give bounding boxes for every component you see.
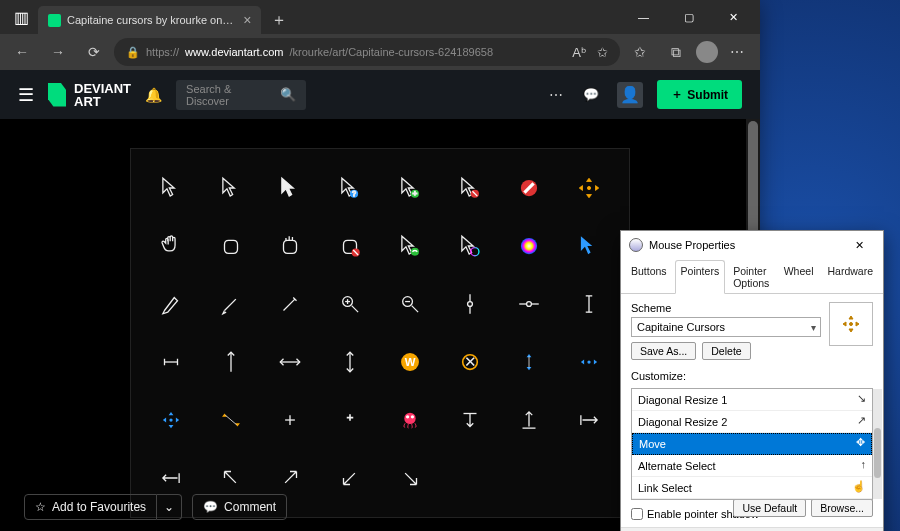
hamburger-icon[interactable]: ☰ [18, 84, 34, 106]
mouse-properties-dialog: Mouse Properties ✕ ButtonsPointersPointe… [620, 230, 884, 531]
notifications-icon[interactable]: 🔔 [145, 87, 162, 103]
refresh-button[interactable]: ⟳ [78, 36, 110, 68]
search-input[interactable]: Search & Discover 🔍 [176, 80, 306, 110]
browser-tab[interactable]: Capitaine cursors by krourke on… × [38, 6, 261, 34]
row-cursor-icon: ↗ [850, 414, 866, 430]
cursor-cell [203, 277, 259, 331]
new-tab-button[interactable]: ＋ [271, 10, 287, 31]
favorites-icon[interactable]: ✩ [624, 36, 656, 68]
forward-button[interactable]: → [42, 36, 74, 68]
svg-point-44 [404, 413, 415, 424]
customize-row[interactable]: Move✥ [632, 433, 872, 455]
browse-button[interactable]: Browse... [811, 499, 873, 517]
address-bar[interactable]: 🔒 https://www.deviantart.com/krourke/art… [114, 38, 620, 66]
titlebar: ▥ Capitaine cursors by krourke on… × ＋ —… [0, 0, 760, 34]
row-cursor-icon: ↑ [850, 458, 866, 474]
tab-hardware[interactable]: Hardware [821, 260, 879, 294]
favicon-icon [48, 14, 61, 27]
cursor-cell [143, 161, 199, 215]
tab-actions-icon[interactable]: ▥ [4, 0, 38, 34]
read-aloud-icon[interactable]: Aᵇ [572, 45, 587, 60]
maximize-button[interactable]: ▢ [666, 0, 711, 34]
header-more-icon[interactable]: ⋯ [549, 87, 565, 103]
cursor-cell [263, 335, 319, 389]
scrollbar-thumb[interactable] [748, 121, 758, 241]
window-buttons: — ▢ ✕ [621, 0, 756, 34]
customize-row[interactable]: Diagonal Resize 2↗ [632, 411, 872, 433]
cursor-cell [502, 393, 558, 447]
customize-row[interactable]: Alternate Select↑ [632, 455, 872, 477]
favourite-button[interactable]: ☆ Add to Favourites [24, 494, 157, 520]
dialog-titlebar[interactable]: Mouse Properties ✕ [621, 231, 883, 259]
cursor-cell [382, 277, 438, 331]
cursor-cell [143, 219, 199, 273]
favourite-chevron-icon[interactable]: ⌄ [157, 494, 182, 520]
cursor-cell [561, 219, 617, 273]
cursor-cell [203, 219, 259, 273]
tab-wheel[interactable]: Wheel [778, 260, 820, 294]
tab-pointer-options[interactable]: Pointer Options [727, 260, 776, 294]
close-window-button[interactable]: ✕ [711, 0, 756, 34]
svg-point-13 [521, 238, 537, 254]
customize-row[interactable]: Link Select☝ [632, 477, 872, 499]
comment-button[interactable]: 💬 Comment [192, 494, 287, 520]
cursor-cell [382, 393, 438, 447]
svg-text:W: W [405, 356, 416, 368]
dialog-close-button[interactable]: ✕ [843, 234, 875, 256]
cursor-cell [561, 161, 617, 215]
chat-icon[interactable]: 💬 [579, 83, 603, 107]
cursor-cell [322, 277, 378, 331]
list-scrollbar[interactable] [873, 389, 882, 499]
row-cursor-icon: ☝ [850, 480, 866, 496]
profile-avatar[interactable] [696, 41, 718, 63]
cursor-cell [502, 219, 558, 273]
tab-buttons[interactable]: Buttons [625, 260, 673, 294]
dialog-tabs: ButtonsPointersPointer OptionsWheelHardw… [621, 259, 883, 294]
navbar: ← → ⟳ 🔒 https://www.deviantart.com/krour… [0, 34, 760, 70]
cursor-cell [322, 393, 378, 447]
save-as-button[interactable]: Save As... [631, 342, 696, 360]
favorite-icon[interactable]: ✩ [597, 45, 608, 60]
cursor-pack-artwork: ?+W✕ [130, 148, 630, 518]
cursor-cell [502, 277, 558, 331]
svg-point-22 [467, 302, 472, 307]
url-prefix: https:// [146, 46, 179, 58]
cursor-cell [561, 393, 617, 447]
tab-pointers[interactable]: Pointers [675, 260, 726, 294]
svg-text:?: ? [352, 190, 356, 197]
search-placeholder: Search & Discover [186, 83, 272, 107]
row-cursor-icon: ✥ [849, 436, 865, 452]
svg-line-15 [352, 306, 359, 313]
logo-mark-icon [48, 83, 66, 107]
customize-list[interactable]: Diagonal Resize 1↘Diagonal Resize 2↗Move… [631, 388, 873, 500]
list-thumb[interactable] [874, 428, 881, 478]
cursor-cell [263, 161, 319, 215]
deviantart-logo[interactable]: DEVIANTART [48, 82, 131, 108]
cursor-cell [322, 219, 378, 273]
use-default-button[interactable]: Use Default [733, 499, 806, 517]
svg-point-8 [588, 186, 591, 189]
row-cursor-icon: ↘ [850, 392, 866, 408]
customize-label: Customize: [631, 370, 873, 382]
svg-point-11 [411, 248, 419, 256]
delete-button[interactable]: Delete [702, 342, 750, 360]
cursor-cell [203, 335, 259, 389]
scheme-label: Scheme [631, 302, 821, 314]
cursor-cell [203, 393, 259, 447]
svg-text:+: + [412, 189, 417, 198]
svg-point-46 [411, 415, 414, 418]
collections-icon[interactable]: ⧉ [660, 36, 692, 68]
svg-point-39 [588, 360, 591, 363]
customize-row[interactable]: Diagonal Resize 1↘ [632, 389, 872, 411]
enable-pointer-shadow-checkbox[interactable] [631, 508, 643, 520]
user-avatar-button[interactable]: 👤 [617, 82, 643, 108]
minimize-button[interactable]: — [621, 0, 666, 34]
submit-button[interactable]: ＋ Submit [657, 80, 742, 109]
mouse-icon [629, 238, 643, 252]
cursor-cell [561, 335, 617, 389]
scheme-combobox[interactable]: Capitaine Cursors [631, 317, 821, 337]
cursor-cell [203, 161, 259, 215]
tab-close-icon[interactable]: × [243, 12, 251, 28]
browser-menu-icon[interactable]: ⋯ [722, 36, 754, 68]
back-button[interactable]: ← [6, 36, 38, 68]
